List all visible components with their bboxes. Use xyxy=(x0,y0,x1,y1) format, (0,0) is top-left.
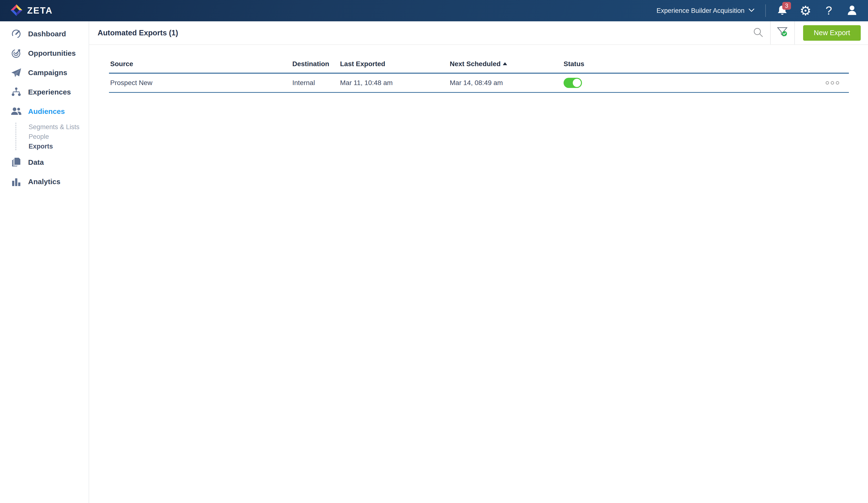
sort-ascending-icon xyxy=(503,62,507,65)
column-header-destination[interactable]: Destination xyxy=(292,60,340,68)
search-icon xyxy=(753,27,764,39)
zeta-logo[interactable]: ZETA xyxy=(11,4,53,17)
column-header-status[interactable]: Status xyxy=(564,60,849,68)
filter-button[interactable] xyxy=(771,21,794,44)
filter-funnel-icon xyxy=(776,26,789,40)
chevron-down-icon xyxy=(748,8,755,13)
sidebar-item-analytics[interactable]: Analytics xyxy=(0,172,89,192)
help-button[interactable]: ? xyxy=(823,4,835,17)
cell-last-exported: Mar 11, 10:48 am xyxy=(340,79,450,87)
topbar-actions: Experience Builder Acquisition 3 ⚙ ? xyxy=(657,4,860,17)
cell-destination: Internal xyxy=(292,79,340,87)
sidebar-item-audiences[interactable]: Audiences xyxy=(0,102,89,121)
sidebar-item-data[interactable]: Data xyxy=(0,153,89,172)
paper-plane-icon xyxy=(11,67,22,78)
sitemap-icon xyxy=(11,86,22,97)
sidebar-item-dashboard[interactable]: Dashboard xyxy=(0,24,89,44)
subnav-item-segments-lists[interactable]: Segments & Lists xyxy=(0,122,89,132)
subnav-item-exports[interactable]: Exports xyxy=(0,142,89,151)
user-avatar-icon xyxy=(846,4,858,17)
header-toolbar: New Export xyxy=(746,21,868,44)
new-export-button[interactable]: New Export xyxy=(803,25,861,41)
automated-exports-table: Source Destination Last Exported Next Sc… xyxy=(109,55,849,93)
cell-status xyxy=(564,78,849,88)
main-content: Automated Exports (1) xyxy=(89,21,868,503)
help-icon: ? xyxy=(826,5,832,17)
content-header: Automated Exports (1) xyxy=(89,21,868,45)
notification-count-badge: 3 xyxy=(782,2,791,10)
column-header-source[interactable]: Source xyxy=(109,60,292,68)
sidebar-item-experiences[interactable]: Experiences xyxy=(0,82,89,102)
brand-wordmark: ZETA xyxy=(27,6,53,16)
column-header-next-scheduled[interactable]: Next Scheduled xyxy=(450,60,564,68)
toggle-knob xyxy=(573,79,581,87)
zeta-diamond-icon xyxy=(11,4,22,17)
cell-source: Prospect New xyxy=(109,79,292,87)
sidebar-navigation: Dashboard Opportunities Campaigns xyxy=(0,21,89,503)
account-switcher-label: Experience Builder Acquisition xyxy=(657,7,744,14)
table-row[interactable]: Prospect New Internal Mar 11, 10:48 am M… xyxy=(109,74,849,93)
toolbar-divider xyxy=(794,21,795,44)
search-button[interactable] xyxy=(746,21,770,44)
documents-icon xyxy=(11,157,22,168)
row-actions-menu-icon[interactable] xyxy=(826,81,839,84)
gauge-icon xyxy=(11,28,22,40)
table-header-row: Source Destination Last Exported Next Sc… xyxy=(109,55,849,74)
subnav-item-people[interactable]: People xyxy=(0,132,89,142)
sidebar-item-opportunities[interactable]: Opportunities xyxy=(0,44,89,63)
column-header-last-exported[interactable]: Last Exported xyxy=(340,60,450,68)
account-switcher[interactable]: Experience Builder Acquisition xyxy=(657,7,755,14)
cell-next-scheduled: Mar 14, 08:49 am xyxy=(450,79,564,87)
gear-icon: ⚙ xyxy=(800,4,811,17)
topbar-divider xyxy=(765,4,766,17)
sidebar-item-campaigns[interactable]: Campaigns xyxy=(0,63,89,82)
user-menu-button[interactable] xyxy=(846,4,858,17)
audiences-subnav: Segments & Lists People Exports xyxy=(0,121,89,153)
notifications-button[interactable]: 3 xyxy=(776,4,788,17)
people-icon xyxy=(11,106,22,117)
status-toggle-on[interactable] xyxy=(564,78,582,88)
bar-chart-icon xyxy=(11,176,22,187)
page-title: Automated Exports (1) xyxy=(97,29,178,37)
top-navigation-bar: ZETA Experience Builder Acquisition 3 ⚙ … xyxy=(0,0,868,21)
target-icon xyxy=(11,48,22,59)
settings-button[interactable]: ⚙ xyxy=(799,4,812,17)
